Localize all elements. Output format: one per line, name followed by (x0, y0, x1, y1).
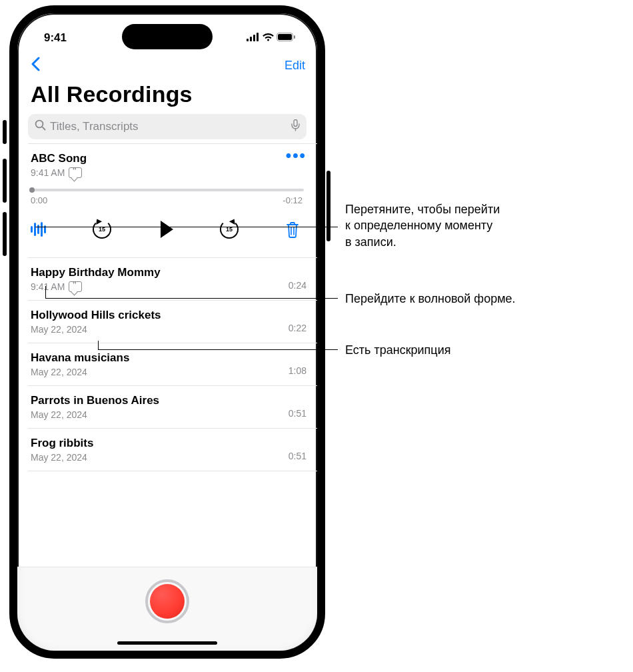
recording-expanded[interactable]: ABC Song 9:41 AM ••• 0:00 -0:12 (28, 143, 317, 257)
recording-duration: 0:24 (289, 280, 307, 291)
elapsed-time: 0:00 (31, 195, 47, 205)
record-bar (17, 567, 317, 651)
recording-subtitle: May 22, 2024 (31, 324, 87, 335)
playback-scrubber[interactable] (31, 189, 304, 191)
waveform-button[interactable] (31, 222, 46, 237)
home-indicator[interactable] (117, 641, 217, 645)
callout-text: Есть транскрипция (345, 342, 545, 358)
recording-duration: 0:51 (289, 451, 307, 461)
recording-subtitle: May 22, 2024 (31, 367, 87, 377)
recording-item[interactable]: Hollywood Hills crickets May 22, 2024 0:… (28, 300, 317, 343)
callout-leader (35, 227, 338, 227)
more-button[interactable]: ••• (286, 152, 307, 161)
recording-title: Parrots in Buenos Aires (31, 394, 159, 407)
transcript-icon[interactable] (69, 167, 82, 178)
delete-button[interactable] (285, 221, 300, 238)
svg-line-8 (42, 127, 45, 129)
recording-title: ABC Song (31, 152, 87, 165)
dynamic-island (122, 24, 213, 49)
callout-leader (45, 286, 46, 298)
page-title: All Recordings (17, 76, 317, 113)
cellular-icon (247, 31, 260, 45)
record-dot-icon (150, 584, 185, 619)
svg-rect-3 (257, 33, 259, 41)
wifi-icon (262, 31, 275, 45)
recording-subtitle: May 22, 2024 (31, 452, 87, 463)
remaining-time: -0:12 (283, 195, 303, 205)
recording-duration: 1:08 (289, 365, 307, 376)
status-time: 9:41 (44, 31, 67, 45)
svg-rect-5 (278, 34, 292, 40)
svg-rect-0 (247, 39, 249, 41)
callout-leader (45, 298, 338, 299)
search-placeholder: Titles, Transcripts (50, 120, 287, 133)
transcript-icon[interactable] (69, 281, 82, 292)
dictation-icon[interactable] (291, 119, 300, 135)
recording-item[interactable]: Frog ribbits May 22, 2024 0:51 (28, 428, 317, 471)
skip-forward-15-button[interactable]: 15 (220, 220, 239, 239)
edit-button[interactable]: Edit (285, 59, 305, 73)
svg-rect-1 (250, 37, 252, 41)
callout-leader (98, 341, 99, 349)
recording-duration: 0:51 (289, 408, 307, 419)
battery-icon (277, 31, 296, 45)
phone-frame: 9:41 Edit All Recordings (9, 5, 325, 659)
recording-subtitle: 9:41 AM (31, 167, 65, 178)
recording-item-partial[interactable] (28, 471, 317, 487)
scrubber-knob[interactable] (29, 187, 35, 193)
svg-rect-9 (294, 119, 297, 126)
record-button[interactable] (145, 579, 189, 623)
recordings-list: ABC Song 9:41 AM ••• 0:00 -0:12 (17, 143, 317, 567)
recording-title: Hollywood Hills crickets (31, 309, 161, 322)
skip-back-15-button[interactable]: 15 (93, 220, 111, 239)
nav-bar: Edit (17, 51, 317, 76)
search-icon (35, 119, 46, 134)
recording-title: Frog ribbits (31, 437, 93, 450)
recording-title: Havana musicians (31, 351, 129, 365)
recording-item[interactable]: Parrots in Buenos Aires May 22, 2024 0:5… (28, 385, 317, 428)
callout-text: Перетяните, чтобы перейти к определенном… (345, 201, 545, 250)
recording-title: Happy Birthday Mommy (31, 266, 161, 279)
callout-text: Перейдите к волновой форме. (345, 291, 625, 307)
recording-item[interactable]: Happy Birthday Mommy 9:41 AM 0:24 (28, 257, 317, 300)
recording-subtitle: 9:41 AM (31, 281, 65, 292)
play-button[interactable] (161, 221, 173, 238)
callout-leader (98, 349, 338, 350)
recording-subtitle: May 22, 2024 (31, 409, 87, 420)
back-button[interactable] (25, 55, 45, 76)
recording-duration: 0:22 (289, 323, 307, 333)
svg-rect-6 (294, 35, 295, 39)
search-field[interactable]: Titles, Transcripts (28, 114, 307, 139)
svg-rect-2 (253, 35, 255, 41)
